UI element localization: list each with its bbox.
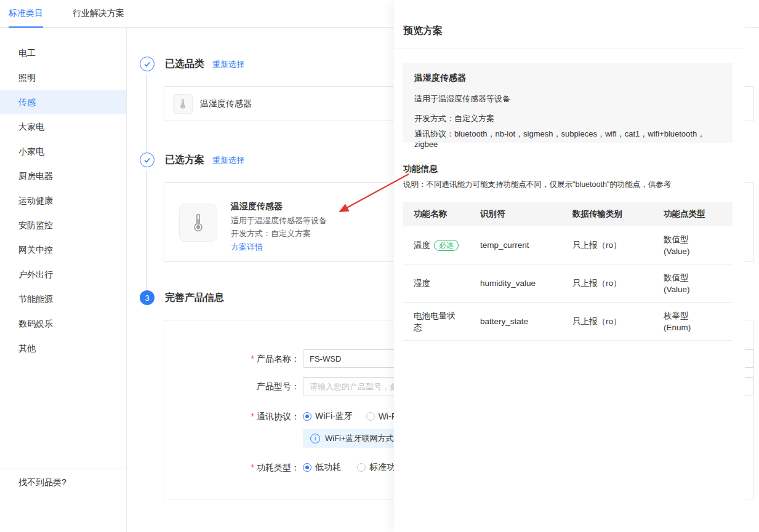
cell-identifier: battery_state: [480, 317, 572, 326]
preview-title: 预览方案: [403, 25, 443, 38]
step1-done-icon: [140, 57, 155, 71]
function-info-title: 功能信息: [403, 164, 438, 175]
protocol-option-wifi-ble[interactable]: WiFi-蓝牙: [303, 411, 353, 422]
thermometer-icon: [179, 204, 217, 242]
power-option-low[interactable]: 低功耗: [303, 462, 341, 473]
selected-category-name: 温湿度传感器: [200, 98, 252, 109]
cell-identifier: humidity_value: [480, 279, 572, 288]
step2-title: 已选方案: [165, 154, 204, 166]
sidebar-item-electrician[interactable]: 电工: [0, 41, 126, 65]
sidebar-item-energy[interactable]: 节能能源: [0, 287, 126, 311]
radio-selected-icon: [303, 463, 311, 472]
preview-dev-mode: 开发方式：自定义方案: [414, 113, 721, 124]
preview-solution-desc: 适用于温湿度传感器等设备: [414, 93, 721, 105]
sidebar-item-kitchen-appliance[interactable]: 厨房电器: [0, 164, 126, 188]
sidebar-item-outdoor[interactable]: 户外出行: [0, 262, 126, 287]
function-table-header: 功能名称 识别符 数据传输类别 功能点类型: [403, 202, 733, 226]
col-header-type: 功能点类型: [664, 208, 733, 220]
cell-dp-type: 数值型 (Value): [664, 272, 733, 295]
step-connector-1: [147, 74, 147, 151]
solution-detail-link[interactable]: 方案详情: [231, 240, 327, 253]
cell-transfer-type: 只上报（ro）: [572, 316, 664, 327]
preview-protocols: 通讯协议：bluetooth，nb-iot，sigmesh，subpieces，…: [414, 129, 721, 149]
divider: [394, 49, 745, 49]
sidebar-item-gateway[interactable]: 网关中控: [0, 237, 126, 262]
col-header-name: 功能名称: [414, 208, 480, 220]
tab-industry-solution[interactable]: 行业解决方案: [73, 0, 124, 28]
product-name-label: *产品名称：: [207, 349, 300, 368]
cell-function-name: 湿度: [414, 277, 472, 289]
tab-standard-category[interactable]: 标准类目: [9, 0, 43, 28]
sidebar-item-small-appliance[interactable]: 小家电: [0, 139, 126, 164]
solution-summary-box: 温湿度传感器 适用于温湿度传感器等设备 开发方式：自定义方案 通讯协议：blue…: [403, 63, 733, 143]
preview-solution-name: 温湿度传感器: [414, 73, 721, 84]
step1-reselect-link[interactable]: 重新选择: [212, 59, 244, 70]
step-connector-2: [147, 170, 147, 289]
sidebar-item-large-appliance[interactable]: 大家电: [0, 114, 126, 139]
cannot-find-category-link[interactable]: 找不到品类?: [0, 469, 126, 488]
required-mark: *: [251, 411, 254, 421]
table-row: 温度 必选 temp_current 只上报（ro） 数值型 (Value): [403, 226, 733, 264]
solution-card-text: 温湿度传感器 适用于温湿度传感器等设备 开发方式：自定义方案 方案详情: [231, 200, 327, 253]
sidebar-item-lighting[interactable]: 照明: [0, 65, 126, 90]
cell-transfer-type: 只上报（ro）: [572, 240, 664, 251]
solution-name: 温湿度传感器: [231, 200, 327, 213]
solution-desc: 适用于温湿度传感器等设备: [231, 214, 327, 227]
product-create-page: 标准类目 行业解决方案 电工 照明 传感 大家电 小家电 厨房电器 运动健康 安…: [0, 0, 759, 532]
step2-done-icon: [140, 153, 155, 167]
required-badge: 必选: [434, 240, 459, 251]
sidebar-item-other[interactable]: 其他: [0, 336, 126, 360]
sidebar-item-security[interactable]: 安防监控: [0, 213, 126, 237]
solution-dev-mode: 开发方式：自定义方案: [231, 227, 327, 240]
thermometer-icon: [173, 94, 193, 114]
col-header-code: 识别符: [480, 208, 572, 220]
cell-identifier: temp_current: [480, 240, 572, 250]
solution-preview-drawer: 预览方案 温湿度传感器 适用于温湿度传感器等设备 开发方式：自定义方案 通讯协议…: [394, 0, 745, 532]
power-radio-group: 低功耗 标准功耗: [303, 458, 404, 477]
cell-function-name: 温度 必选: [414, 239, 472, 251]
function-info-note: 说明：不同通讯能力可能支持功能点不同，仅展示"bluetooth"的功能点，供参…: [403, 180, 729, 190]
step3-title: 完善产品信息: [165, 292, 224, 304]
cell-dp-type: 枚举型 (Enum): [664, 310, 733, 333]
cell-function-name: 电池电量状态: [414, 310, 472, 333]
protocol-label: *通讯协议：: [207, 407, 300, 426]
radio-icon: [366, 412, 375, 421]
radio-icon: [357, 463, 366, 472]
check-icon: [143, 60, 151, 68]
cell-dp-type: 数值型 (Value): [664, 234, 733, 257]
col-header-transfer: 数据传输类别: [572, 208, 664, 220]
step3-number-icon: 3: [140, 290, 155, 305]
category-sidebar: 电工 照明 传感 大家电 小家电 厨房电器 运动健康 安防监控 网关中控 户外出…: [0, 28, 127, 532]
check-icon: [143, 156, 151, 164]
step2-reselect-link[interactable]: 重新选择: [212, 155, 244, 166]
info-icon: [310, 434, 320, 443]
required-mark: *: [251, 463, 254, 472]
table-row: 湿度 humidity_value 只上报（ro） 数值型 (Value): [403, 264, 733, 303]
sidebar-item-digital-entertainment[interactable]: 数码娱乐: [0, 311, 126, 336]
product-model-label: 产品型号：: [207, 377, 300, 395]
required-mark: *: [251, 354, 254, 363]
table-row: 电池电量状态 battery_state 只上报（ro） 枚举型 (Enum): [403, 303, 733, 341]
power-type-label: *功耗类型：: [207, 458, 300, 477]
sidebar-item-sensor[interactable]: 传感: [0, 90, 126, 114]
function-table: 功能名称 识别符 数据传输类别 功能点类型 温度 必选 temp_current…: [403, 202, 733, 341]
radio-selected-icon: [303, 412, 311, 421]
cell-transfer-type: 只上报（ro）: [572, 278, 664, 289]
sidebar-item-sport-health[interactable]: 运动健康: [0, 188, 126, 213]
step1-title: 已选品类: [165, 58, 204, 70]
